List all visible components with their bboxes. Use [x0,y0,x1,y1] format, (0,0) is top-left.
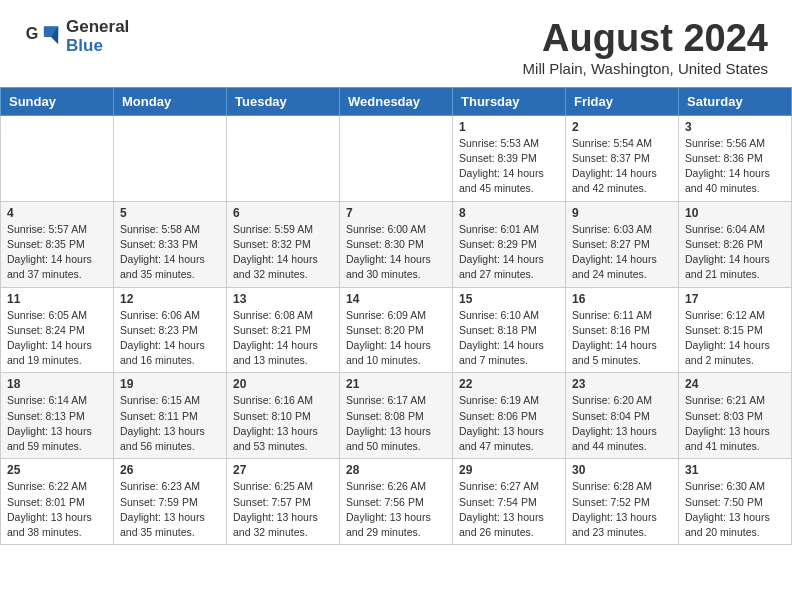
calendar-cell: 6Sunrise: 5:59 AM Sunset: 8:32 PM Daylig… [227,201,340,287]
title-block: August 2024 Mill Plain, Washington, Unit… [523,18,768,77]
day-info: Sunrise: 5:57 AM Sunset: 8:35 PM Dayligh… [7,222,107,283]
day-info: Sunrise: 6:08 AM Sunset: 8:21 PM Dayligh… [233,308,333,369]
calendar-week-row: 4Sunrise: 5:57 AM Sunset: 8:35 PM Daylig… [1,201,792,287]
calendar-cell: 21Sunrise: 6:17 AM Sunset: 8:08 PM Dayli… [340,373,453,459]
calendar-cell: 15Sunrise: 6:10 AM Sunset: 8:18 PM Dayli… [453,287,566,373]
day-info: Sunrise: 6:14 AM Sunset: 8:13 PM Dayligh… [7,393,107,454]
day-info: Sunrise: 6:22 AM Sunset: 8:01 PM Dayligh… [7,479,107,540]
calendar-cell: 5Sunrise: 5:58 AM Sunset: 8:33 PM Daylig… [114,201,227,287]
day-number: 7 [346,206,446,220]
calendar-cell: 24Sunrise: 6:21 AM Sunset: 8:03 PM Dayli… [679,373,792,459]
day-number: 12 [120,292,220,306]
calendar-cell: 30Sunrise: 6:28 AM Sunset: 7:52 PM Dayli… [566,459,679,545]
weekday-header-wednesday: Wednesday [340,87,453,115]
day-info: Sunrise: 6:16 AM Sunset: 8:10 PM Dayligh… [233,393,333,454]
day-info: Sunrise: 6:06 AM Sunset: 8:23 PM Dayligh… [120,308,220,369]
calendar-cell: 13Sunrise: 6:08 AM Sunset: 8:21 PM Dayli… [227,287,340,373]
calendar-cell: 23Sunrise: 6:20 AM Sunset: 8:04 PM Dayli… [566,373,679,459]
weekday-header-tuesday: Tuesday [227,87,340,115]
weekday-header-saturday: Saturday [679,87,792,115]
calendar-cell: 11Sunrise: 6:05 AM Sunset: 8:24 PM Dayli… [1,287,114,373]
day-info: Sunrise: 6:28 AM Sunset: 7:52 PM Dayligh… [572,479,672,540]
day-number: 22 [459,377,559,391]
day-number: 26 [120,463,220,477]
calendar-cell [227,115,340,201]
calendar-week-row: 1Sunrise: 5:53 AM Sunset: 8:39 PM Daylig… [1,115,792,201]
day-number: 13 [233,292,333,306]
calendar-cell: 8Sunrise: 6:01 AM Sunset: 8:29 PM Daylig… [453,201,566,287]
logo: G General Blue [24,18,129,55]
weekday-header-friday: Friday [566,87,679,115]
calendar-cell: 1Sunrise: 5:53 AM Sunset: 8:39 PM Daylig… [453,115,566,201]
day-number: 2 [572,120,672,134]
calendar-week-row: 11Sunrise: 6:05 AM Sunset: 8:24 PM Dayli… [1,287,792,373]
weekday-header-monday: Monday [114,87,227,115]
calendar-title: August 2024 [523,18,768,60]
day-info: Sunrise: 6:09 AM Sunset: 8:20 PM Dayligh… [346,308,446,369]
day-number: 31 [685,463,785,477]
day-info: Sunrise: 5:59 AM Sunset: 8:32 PM Dayligh… [233,222,333,283]
day-number: 10 [685,206,785,220]
day-number: 23 [572,377,672,391]
calendar-cell: 7Sunrise: 6:00 AM Sunset: 8:30 PM Daylig… [340,201,453,287]
day-number: 8 [459,206,559,220]
calendar-cell: 19Sunrise: 6:15 AM Sunset: 8:11 PM Dayli… [114,373,227,459]
calendar-cell: 3Sunrise: 5:56 AM Sunset: 8:36 PM Daylig… [679,115,792,201]
calendar-cell: 27Sunrise: 6:25 AM Sunset: 7:57 PM Dayli… [227,459,340,545]
calendar-cell: 28Sunrise: 6:26 AM Sunset: 7:56 PM Dayli… [340,459,453,545]
calendar-cell: 17Sunrise: 6:12 AM Sunset: 8:15 PM Dayli… [679,287,792,373]
day-number: 16 [572,292,672,306]
calendar-cell: 16Sunrise: 6:11 AM Sunset: 8:16 PM Dayli… [566,287,679,373]
day-info: Sunrise: 6:23 AM Sunset: 7:59 PM Dayligh… [120,479,220,540]
weekday-header-row: SundayMondayTuesdayWednesdayThursdayFrid… [1,87,792,115]
logo-text: General Blue [66,18,129,55]
day-info: Sunrise: 6:11 AM Sunset: 8:16 PM Dayligh… [572,308,672,369]
calendar-cell: 4Sunrise: 5:57 AM Sunset: 8:35 PM Daylig… [1,201,114,287]
day-number: 17 [685,292,785,306]
logo-blue: Blue [66,37,129,56]
weekday-header-sunday: Sunday [1,87,114,115]
calendar-cell: 10Sunrise: 6:04 AM Sunset: 8:26 PM Dayli… [679,201,792,287]
day-info: Sunrise: 6:12 AM Sunset: 8:15 PM Dayligh… [685,308,785,369]
day-number: 21 [346,377,446,391]
calendar-week-row: 25Sunrise: 6:22 AM Sunset: 8:01 PM Dayli… [1,459,792,545]
day-number: 20 [233,377,333,391]
day-info: Sunrise: 6:05 AM Sunset: 8:24 PM Dayligh… [7,308,107,369]
day-info: Sunrise: 6:27 AM Sunset: 7:54 PM Dayligh… [459,479,559,540]
day-info: Sunrise: 6:30 AM Sunset: 7:50 PM Dayligh… [685,479,785,540]
day-number: 18 [7,377,107,391]
day-number: 3 [685,120,785,134]
day-number: 1 [459,120,559,134]
page-header: G General Blue August 2024 Mill Plain, W… [0,0,792,87]
day-info: Sunrise: 6:20 AM Sunset: 8:04 PM Dayligh… [572,393,672,454]
day-number: 27 [233,463,333,477]
day-info: Sunrise: 6:15 AM Sunset: 8:11 PM Dayligh… [120,393,220,454]
calendar-cell: 14Sunrise: 6:09 AM Sunset: 8:20 PM Dayli… [340,287,453,373]
day-info: Sunrise: 5:53 AM Sunset: 8:39 PM Dayligh… [459,136,559,197]
day-number: 14 [346,292,446,306]
day-info: Sunrise: 6:26 AM Sunset: 7:56 PM Dayligh… [346,479,446,540]
day-info: Sunrise: 6:03 AM Sunset: 8:27 PM Dayligh… [572,222,672,283]
day-number: 28 [346,463,446,477]
day-info: Sunrise: 6:21 AM Sunset: 8:03 PM Dayligh… [685,393,785,454]
day-number: 29 [459,463,559,477]
calendar-cell: 22Sunrise: 6:19 AM Sunset: 8:06 PM Dayli… [453,373,566,459]
day-number: 9 [572,206,672,220]
day-number: 24 [685,377,785,391]
day-number: 30 [572,463,672,477]
calendar-cell: 26Sunrise: 6:23 AM Sunset: 7:59 PM Dayli… [114,459,227,545]
day-info: Sunrise: 6:19 AM Sunset: 8:06 PM Dayligh… [459,393,559,454]
calendar-cell: 20Sunrise: 6:16 AM Sunset: 8:10 PM Dayli… [227,373,340,459]
calendar-week-row: 18Sunrise: 6:14 AM Sunset: 8:13 PM Dayli… [1,373,792,459]
day-info: Sunrise: 5:54 AM Sunset: 8:37 PM Dayligh… [572,136,672,197]
day-info: Sunrise: 6:01 AM Sunset: 8:29 PM Dayligh… [459,222,559,283]
day-number: 6 [233,206,333,220]
calendar-table: SundayMondayTuesdayWednesdayThursdayFrid… [0,87,792,545]
calendar-cell [340,115,453,201]
calendar-cell: 31Sunrise: 6:30 AM Sunset: 7:50 PM Dayli… [679,459,792,545]
day-info: Sunrise: 5:56 AM Sunset: 8:36 PM Dayligh… [685,136,785,197]
day-info: Sunrise: 6:17 AM Sunset: 8:08 PM Dayligh… [346,393,446,454]
calendar-cell: 25Sunrise: 6:22 AM Sunset: 8:01 PM Dayli… [1,459,114,545]
calendar-cell [114,115,227,201]
day-number: 25 [7,463,107,477]
